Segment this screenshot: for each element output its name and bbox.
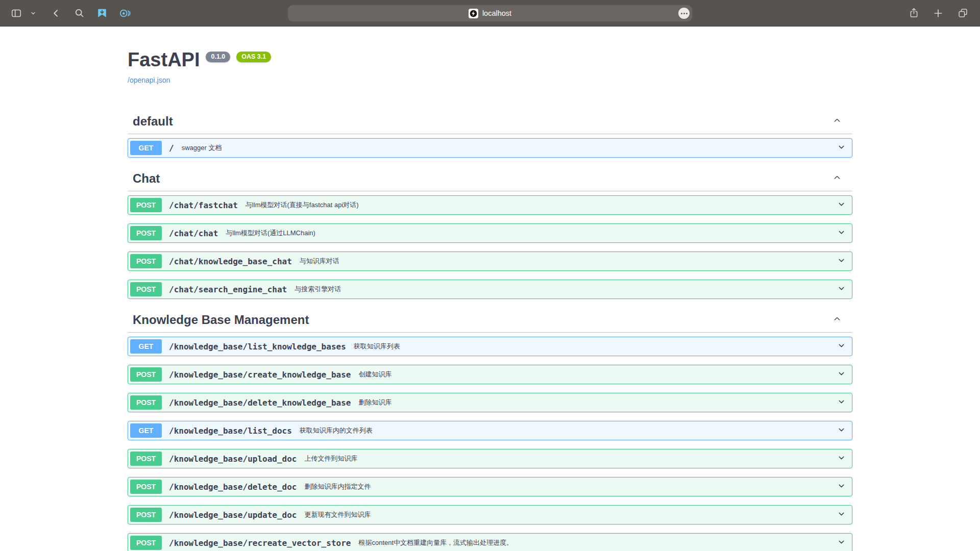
endpoint-description: 与llm模型对话(通过LLMChain) xyxy=(226,229,831,238)
endpoint-description: 根据content中文档重建向量库，流式输出处理进度。 xyxy=(358,538,831,547)
address-bar-url: localhost xyxy=(482,9,511,17)
method-badge: POST xyxy=(130,508,162,522)
endpoint-path: /knowledge_base/delete_knowledge_base xyxy=(169,398,351,408)
endpoint-path: /chat/fastchat xyxy=(169,201,238,210)
section-header[interactable]: Chat xyxy=(128,166,852,191)
section-endpoints: GET /knowledge_base/list_knowledge_bases… xyxy=(128,333,852,551)
toolbar-left-group xyxy=(0,7,131,19)
method-badge: POST xyxy=(130,536,162,550)
endpoint-path: /knowledge_base/create_knowledge_base xyxy=(169,370,351,380)
endpoint-description: 更新现有文件到知识库 xyxy=(304,510,831,519)
endpoint-row[interactable]: POST /knowledge_base/create_knowledge_ba… xyxy=(128,365,852,384)
endpoint-path: /knowledge_base/list_docs xyxy=(169,426,292,436)
tab-groups-chevron-icon[interactable] xyxy=(27,7,39,19)
endpoint-description: 与知识库对话 xyxy=(300,257,831,266)
endpoint-row[interactable]: POST /knowledge_base/upload_doc 上传文件到知识库 xyxy=(128,449,852,468)
endpoint-path: /knowledge_base/list_knowledge_bases xyxy=(169,342,346,352)
expand-endpoint-chevron-down-icon xyxy=(837,397,846,408)
endpoint-description: swagger 文档 xyxy=(182,143,831,153)
endpoint-row[interactable]: GET /knowledge_base/list_knowledge_bases… xyxy=(128,337,852,356)
endpoint-description: 与搜索引擎对话 xyxy=(295,285,831,294)
endpoint-description: 获取知识库列表 xyxy=(354,342,831,351)
expand-endpoint-chevron-down-icon xyxy=(837,341,846,352)
expand-endpoint-chevron-down-icon xyxy=(837,256,846,267)
endpoint-path: /knowledge_base/recreate_vector_store xyxy=(169,538,351,548)
swagger-ui-page: FastAPI 0.1.0 OAS 3.1 /openapi.json defa… xyxy=(0,27,980,551)
method-badge: POST xyxy=(130,226,162,240)
version-badge: 0.1.0 xyxy=(206,52,230,62)
endpoint-path: /knowledge_base/upload_doc xyxy=(169,454,297,464)
expand-endpoint-chevron-down-icon xyxy=(837,369,846,380)
expand-endpoint-chevron-down-icon xyxy=(837,228,846,239)
page-menu-ellipsis-icon[interactable] xyxy=(678,8,690,19)
address-bar[interactable]: localhost xyxy=(288,5,692,21)
search-icon[interactable] xyxy=(73,7,85,19)
collapse-section-chevron-up-icon xyxy=(832,115,842,128)
back-icon[interactable] xyxy=(50,7,62,19)
endpoint-row[interactable]: POST /knowledge_base/update_doc 更新现有文件到知… xyxy=(128,505,852,524)
endpoint-row[interactable]: POST /chat/search_engine_chat 与搜索引擎对话 xyxy=(128,280,852,299)
method-badge: POST xyxy=(130,395,162,410)
endpoint-row[interactable]: POST /knowledge_base/delete_doc 删除知识库内指定… xyxy=(128,477,852,496)
method-badge: POST xyxy=(130,480,162,494)
method-badge: GET xyxy=(130,423,162,438)
section-title: Knowledge Base Management xyxy=(133,313,832,327)
endpoint-row[interactable]: POST /chat/fastchat 与llm模型对话(直接与fastchat… xyxy=(128,195,852,215)
method-badge: POST xyxy=(130,452,162,466)
method-badge: GET xyxy=(130,141,162,155)
expand-endpoint-chevron-down-icon xyxy=(837,284,846,295)
endpoint-row[interactable]: POST /knowledge_base/recreate_vector_sto… xyxy=(128,533,852,551)
section-endpoints: POST /chat/fastchat 与llm模型对话(直接与fastchat… xyxy=(128,191,852,299)
share-icon[interactable] xyxy=(908,7,920,19)
tab-overview-icon[interactable] xyxy=(957,7,969,19)
api-section: Chat POST /chat/fastchat 与llm模型对话(直接与fas… xyxy=(128,166,852,299)
section-title: Chat xyxy=(133,171,832,186)
endpoint-description: 获取知识库内的文件列表 xyxy=(300,426,831,435)
api-section: Knowledge Base Management GET /knowledge… xyxy=(128,308,852,551)
endpoint-description: 上传文件到知识库 xyxy=(304,454,831,463)
new-tab-icon[interactable] xyxy=(932,7,944,19)
expand-endpoint-chevron-down-icon xyxy=(837,538,846,548)
podcast-pinned-tab-icon[interactable] xyxy=(119,7,131,19)
endpoint-path: /knowledge_base/delete_doc xyxy=(169,482,297,492)
fastapi-favicon-icon xyxy=(469,9,478,18)
sidebar-toggle-icon[interactable] xyxy=(10,7,22,19)
endpoint-row[interactable]: POST /chat/chat 与llm模型对话(通过LLMChain) xyxy=(128,223,852,243)
api-sections: default GET / swagger 文档 Chat xyxy=(128,109,852,551)
endpoint-path: / xyxy=(169,143,174,153)
endpoint-row[interactable]: GET /knowledge_base/list_docs 获取知识库内的文件列… xyxy=(128,421,852,440)
openapi-spec-link[interactable]: /openapi.json xyxy=(128,76,170,84)
expand-endpoint-chevron-down-icon xyxy=(837,482,846,492)
endpoint-row[interactable]: POST /chat/knowledge_base_chat 与知识库对话 xyxy=(128,252,852,271)
bookmark-pinned-tab-icon[interactable] xyxy=(96,7,108,19)
toolbar-right-group xyxy=(908,7,980,19)
endpoint-row[interactable]: GET / swagger 文档 xyxy=(128,138,852,158)
endpoint-description: 删除知识库内指定文件 xyxy=(304,482,831,491)
endpoint-path: /chat/search_engine_chat xyxy=(169,285,287,294)
endpoint-path: /chat/knowledge_base_chat xyxy=(169,257,292,266)
method-badge: POST xyxy=(130,282,162,296)
oas-badge: OAS 3.1 xyxy=(236,52,271,62)
expand-endpoint-chevron-down-icon xyxy=(837,143,846,154)
method-badge: GET xyxy=(130,339,162,354)
section-header[interactable]: default xyxy=(128,109,852,134)
method-badge: POST xyxy=(130,367,162,382)
expand-endpoint-chevron-down-icon xyxy=(837,454,846,464)
api-info-block: FastAPI 0.1.0 OAS 3.1 /openapi.json xyxy=(128,27,852,85)
method-badge: POST xyxy=(130,254,162,268)
endpoint-path: /knowledge_base/update_doc xyxy=(169,510,297,520)
method-badge: POST xyxy=(130,198,162,212)
browser-toolbar: localhost xyxy=(0,0,980,27)
endpoint-description: 创建知识库 xyxy=(358,370,831,379)
page-title: FastAPI xyxy=(128,49,200,71)
endpoint-row[interactable]: POST /knowledge_base/delete_knowledge_ba… xyxy=(128,393,852,412)
endpoint-path: /chat/chat xyxy=(169,229,218,238)
expand-endpoint-chevron-down-icon xyxy=(837,510,846,520)
section-endpoints: GET / swagger 文档 xyxy=(128,134,852,158)
collapse-section-chevron-up-icon xyxy=(832,172,842,185)
expand-endpoint-chevron-down-icon xyxy=(837,425,846,436)
section-header[interactable]: Knowledge Base Management xyxy=(128,308,852,333)
collapse-section-chevron-up-icon xyxy=(832,314,842,326)
expand-endpoint-chevron-down-icon xyxy=(837,200,846,211)
endpoint-description: 与llm模型对话(直接与fastchat api对话) xyxy=(246,201,831,210)
